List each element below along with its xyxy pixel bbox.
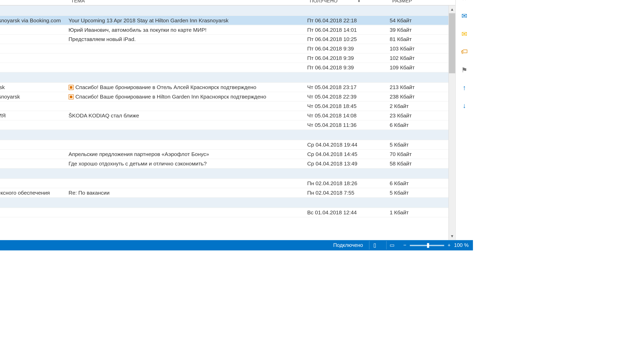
move-down-action-icon[interactable]: ↓ bbox=[460, 101, 469, 110]
mail-row[interactable]: КОГКУ Центр Комплексного обеспеченияRe: … bbox=[0, 188, 448, 198]
view-normal-icon[interactable]: ▯ bbox=[369, 241, 380, 250]
col-from[interactable]: ОТ bbox=[0, 0, 70, 3]
group-header[interactable]: ◢ Дата: Среда bbox=[0, 130, 448, 140]
col-size[interactable]: РАЗМЕР bbox=[390, 0, 455, 3]
group-header[interactable]: ◢ Дата: На прошлой неделе bbox=[0, 198, 448, 208]
status-bar: Элементы: 3 157 Непрочитанные: 1 Подключ… bbox=[0, 240, 473, 250]
mail-row[interactable]: Юрий ПалюхСр 04.04.2018 19:445 Кбайт bbox=[0, 140, 448, 150]
zoom-slider[interactable] bbox=[410, 245, 444, 246]
zoom-level: 100 % bbox=[454, 242, 469, 248]
mail-row[interactable]: 📎Hilton Garden Inn Krasnoyarsk via Booki… bbox=[0, 16, 448, 25]
mark-read-action-icon[interactable]: ✉ bbox=[460, 11, 469, 20]
mail-row[interactable]: Юрий ПалюхПн 02.04.2018 18:266 Кбайт bbox=[0, 179, 448, 188]
mail-row[interactable]: 📎Юрий ПалюхПт 06.04.2018 9:39103 Кбайт bbox=[0, 44, 448, 53]
mail-row[interactable]: Юрий ПалюхЧт 05.04.2018 18:452 Кбайт bbox=[0, 101, 448, 111]
mail-row[interactable]: Юрий ПалюхВс 01.04.2018 12:441 Кбайт bbox=[0, 208, 448, 217]
delete-action-icon[interactable]: ✖ bbox=[460, 0, 469, 2]
mail-row[interactable]: Hotel Alsey KrasnoyarskСпасибо! Ваше бро… bbox=[0, 83, 448, 92]
view-reading-icon[interactable]: ▭ bbox=[386, 241, 397, 250]
column-headers[interactable]: ! 🗋 📎 ОТ ТЕМА ПОЛУЧЕНО ▾ РАЗМЕР bbox=[0, 0, 456, 5]
mark-unread-action-icon[interactable]: ✉ bbox=[460, 29, 469, 38]
flag-action-icon[interactable]: ⚑ bbox=[460, 65, 469, 74]
mail-row[interactable]: ŠKODA AUTO РОССИЯŠKODA KODIAQ стал ближе… bbox=[0, 111, 448, 120]
zoom-out-icon[interactable]: − bbox=[403, 242, 406, 248]
status-connection: Подключено bbox=[333, 242, 363, 248]
move-up-action-icon[interactable]: ↑ bbox=[460, 84, 469, 92]
zoom-in-icon[interactable]: + bbox=[448, 242, 450, 248]
mail-row[interactable]: AppleПредставляем новый iPad.Пт 06.04.20… bbox=[0, 34, 448, 44]
col-received[interactable]: ПОЛУЧЕНО ▾ bbox=[308, 0, 391, 3]
group-header[interactable]: ◢ Дата: Вчера bbox=[0, 5, 448, 16]
mail-row[interactable]: 📎Юрий ПалюхПт 06.04.2018 9:39109 Кбайт bbox=[0, 63, 448, 72]
mail-row[interactable]: Hilton Garden Inn KrasnoyarskСпасибо! Ва… bbox=[0, 92, 448, 101]
action-strip: ✖ ✉ ✉ 🏷 ⚑ ↑ ↓ bbox=[456, 0, 473, 240]
archive-action-icon[interactable]: 🏷 bbox=[460, 47, 469, 56]
mail-row[interactable]: БумбэйтГде хорошо отдохнуть с детьми и о… bbox=[0, 159, 448, 168]
group-header[interactable]: ◢ Дата: Понедельник bbox=[0, 168, 448, 179]
mail-row[interactable]: СБЕРБАНК РОССИИЮрий Иванович, автомобиль… bbox=[0, 25, 448, 35]
mail-row[interactable]: Юрий ПалюхЧт 05.04.2018 11:366 Кбайт bbox=[0, 120, 448, 130]
message-list: Все Непрочитанные 🔍 из текущего почтовог… bbox=[0, 0, 456, 240]
scrollbar[interactable]: ▲ ▼ bbox=[448, 5, 455, 240]
scroll-down-icon[interactable]: ▼ bbox=[449, 232, 456, 240]
group-header[interactable]: ◢ Дата: Четверг bbox=[0, 72, 448, 83]
scroll-up-icon[interactable]: ▲ bbox=[449, 5, 456, 13]
col-subject[interactable]: ТЕМА bbox=[70, 0, 308, 3]
mail-row[interactable]: 📎Юрий ПалюхПт 06.04.2018 9:39102 Кбайт bbox=[0, 53, 448, 63]
mail-row[interactable]: Aeroflot BonusАпрельские предложения пар… bbox=[0, 150, 448, 159]
scroll-thumb[interactable] bbox=[449, 13, 456, 73]
